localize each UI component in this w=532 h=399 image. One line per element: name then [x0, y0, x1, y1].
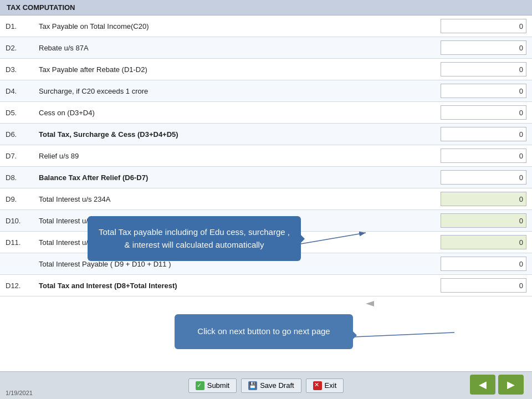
row-id: D6. [0, 124, 33, 145]
row-input-cell[interactable] [435, 124, 532, 145]
table-row: D7.Relief u/s 89 [0, 145, 532, 167]
prev-button[interactable]: ◀ [470, 375, 495, 395]
input-field[interactable] [441, 213, 526, 228]
table-row: D8.Balance Tax After Relief (D6-D7) [0, 167, 532, 188]
next-button[interactable]: ▶ [498, 375, 524, 395]
row-id: D4. [0, 80, 33, 102]
svg-line-1 [353, 332, 454, 337]
input-field[interactable] [441, 235, 526, 249]
input-field[interactable] [441, 192, 526, 206]
footer-buttons: Submit Save Draft Exit [11, 378, 521, 396]
footer-bar: Submit Save Draft Exit ◀ ▶ [0, 371, 532, 399]
input-field[interactable] [441, 149, 526, 163]
save-icon [248, 381, 257, 390]
row-input-cell[interactable] [435, 232, 532, 253]
row-input-cell[interactable] [435, 59, 532, 80]
table-row: D4.Surcharge, if C20 exceeds 1 crore [0, 80, 532, 102]
row-label: Total Tax, Surcharge & Cess (D3+D4+D5) [33, 124, 435, 145]
exit-icon [313, 381, 322, 390]
row-input-cell[interactable] [435, 80, 532, 102]
row-label: Surcharge, if C20 exceeds 1 crore [33, 80, 435, 102]
section-title: TAX COMPUTATION [7, 3, 75, 12]
row-id: D10. [0, 210, 33, 232]
input-field[interactable] [441, 40, 526, 55]
input-field[interactable] [441, 127, 526, 141]
row-label: Total Tax and Interest (D8+Total Interes… [33, 275, 435, 296]
submit-button[interactable]: Submit [188, 378, 237, 393]
submit-icon [196, 381, 204, 390]
input-field[interactable] [441, 257, 526, 271]
row-input-cell[interactable] [435, 16, 532, 37]
row-id: D2. [0, 37, 33, 59]
row-id: D11. [0, 232, 33, 253]
save-label: Save Draft [260, 381, 294, 390]
row-input-cell[interactable] [435, 102, 532, 124]
row-input-cell[interactable] [435, 145, 532, 167]
row-id: D8. [0, 167, 33, 188]
table-row: D6.Total Tax, Surcharge & Cess (D3+D4+D5… [0, 124, 532, 145]
row-label: Tax Payable on Total Income(C20) [33, 16, 435, 37]
row-id [0, 253, 33, 275]
row-input-cell[interactable] [435, 210, 532, 232]
footer-date: 1/19/2021 [6, 390, 33, 396]
table-row: D9.Total Interest u/s 234A [0, 188, 532, 210]
row-input-cell[interactable] [435, 275, 532, 296]
input-field[interactable] [441, 105, 526, 120]
row-id: D7. [0, 145, 33, 167]
tooltip-tax: Total Tax payable including of Edu cess,… [88, 216, 301, 261]
row-label: Balance Tax After Relief (D6-D7) [33, 167, 435, 188]
row-id: D1. [0, 16, 33, 37]
exit-button[interactable]: Exit [306, 378, 344, 393]
table-row: D1.Tax Payable on Total Income(C20) [0, 16, 532, 37]
row-id: D9. [0, 188, 33, 210]
tooltip-next-text: Click on next button to go next page [197, 326, 330, 336]
row-label: Rebate u/s 87A [33, 37, 435, 59]
input-field[interactable] [441, 19, 526, 33]
nav-buttons: ◀ ▶ [470, 375, 524, 395]
section-header: TAX COMPUTATION [0, 0, 532, 16]
row-id: D12. [0, 275, 33, 296]
row-input-cell[interactable] [435, 188, 532, 210]
row-label: Relief u/s 89 [33, 145, 435, 167]
row-label: Tax Payable after Rebate (D1-D2) [33, 59, 435, 80]
row-input-cell[interactable] [435, 37, 532, 59]
save-draft-button[interactable]: Save Draft [241, 378, 301, 393]
svg-marker-3 [366, 301, 374, 306]
table-row: D5.Cess on (D3+D4) [0, 102, 532, 124]
row-label: Cess on (D3+D4) [33, 102, 435, 124]
tooltip-next: Click on next button to go next page [175, 314, 353, 349]
tooltip-tax-text: Total Tax payable including of Edu cess,… [99, 227, 290, 249]
table-row: D12.Total Tax and Interest (D8+Total Int… [0, 275, 532, 296]
input-field[interactable] [441, 84, 526, 98]
table-row: D3.Tax Payable after Rebate (D1-D2) [0, 59, 532, 80]
submit-label: Submit [207, 381, 229, 390]
row-label: Total Interest u/s 234A [33, 188, 435, 210]
table-row: D2.Rebate u/s 87A [0, 37, 532, 59]
input-field[interactable] [441, 278, 526, 293]
main-container: TAX COMPUTATION D1.Tax Payable on Total … [0, 0, 532, 399]
row-input-cell[interactable] [435, 167, 532, 188]
input-field[interactable] [441, 170, 526, 185]
row-id: D3. [0, 59, 33, 80]
exit-label: Exit [325, 381, 337, 390]
row-id: D5. [0, 102, 33, 124]
row-input-cell[interactable] [435, 253, 532, 275]
input-field[interactable] [441, 62, 526, 76]
